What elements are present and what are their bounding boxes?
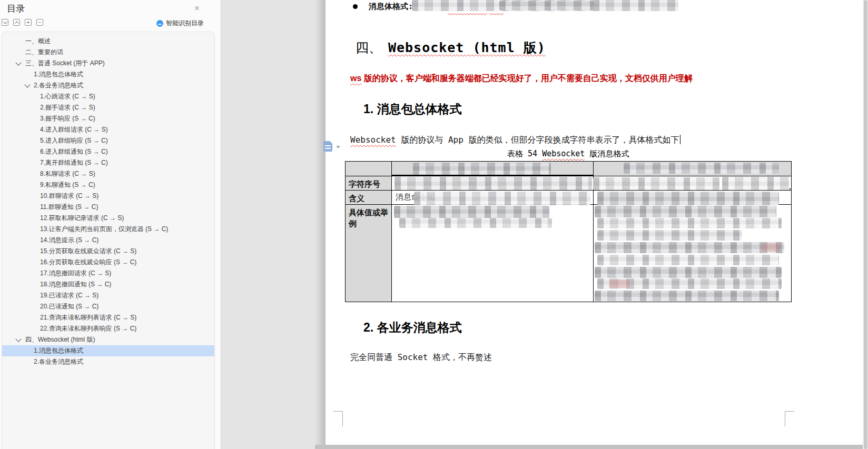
row-label: 字符序号 — [346, 177, 391, 189]
toc-item[interactable]: 四、Websocket (html 版) — [2, 334, 214, 345]
toc-item-label: 22.查询未读私聊列表响应 (S → C) — [40, 325, 136, 332]
sub-heading-1: 1. 消息包总体格式 — [363, 101, 462, 117]
toc-item[interactable]: 三、普通 Socket (用于 APP) — [2, 58, 214, 69]
toc-item[interactable]: 4.进入群组请求 (C → S) — [2, 124, 214, 135]
toc-item[interactable]: 2.各业务消息格式 — [2, 356, 214, 367]
document-page[interactable]: 消息体格式: 四、 Websocket (html 版) ws 版的协议，客户端… — [326, 0, 863, 445]
redacted-block — [595, 291, 779, 301]
toc-item-label: 14.消息提示 (S → C) — [40, 236, 98, 244]
caption-post: 版消息格式 — [585, 149, 629, 158]
paste-dropdown-icon[interactable] — [336, 146, 340, 148]
toc-item-label: 5.进入群组响应 (S → C) — [40, 137, 108, 144]
toc-item[interactable]: 10.群聊请求 (C → S) — [2, 191, 214, 202]
page-gap — [315, 445, 868, 449]
toc-item-label: 9.私聊通知 (S → C) — [40, 181, 95, 188]
toc-panel: 目录 × + − 智能识别目录 一、概述二、重要的话三、普通 Socket (用… — [0, 0, 221, 449]
toc-item-label: 3.握手响应 (S → C) — [40, 115, 95, 122]
chevron-up-icon — [14, 21, 18, 25]
toc-item[interactable]: 5.进入群组响应 (S → C) — [2, 135, 214, 146]
spellcheck-squiggle — [448, 13, 487, 15]
toc-item[interactable]: 9.私聊通知 (S → C) — [2, 179, 214, 191]
scrollbar-thumb[interactable] — [864, 0, 867, 449]
redacted-accent — [762, 243, 780, 252]
toc-item[interactable]: 1.消息包总体格式 — [2, 69, 214, 80]
chevron-down-icon[interactable] — [24, 82, 30, 87]
redacted-block — [394, 206, 549, 218]
toc-item-label: 8.私聊请求 (C → S) — [40, 170, 95, 177]
toc-item[interactable]: 14.消息提示 (S → C) — [2, 235, 214, 246]
close-icon[interactable]: × — [194, 4, 200, 13]
toc-item[interactable]: 17.消息撤回请求 (C → S) — [2, 268, 214, 279]
toc-list: 一、概述二、重要的话三、普通 Socket (用于 APP)1.消息包总体格式2… — [2, 32, 215, 449]
collapse-all-button[interactable]: − — [36, 19, 43, 26]
toc-item[interactable]: 22.查询未读私聊列表响应 (S → C) — [2, 323, 214, 334]
bullet-icon — [353, 4, 358, 9]
page-shadow — [315, 0, 326, 445]
row-label: 具体值或举例 — [346, 205, 391, 229]
toc-item[interactable]: 13.让客户端关闭当前页面，仅浏览器 (S → C) — [2, 224, 214, 235]
toc-item[interactable]: 2.各业务消息格式 — [2, 80, 214, 91]
collapse-up-button[interactable] — [13, 19, 20, 26]
toc-item-label: 1.消息包总体格式 — [34, 347, 83, 354]
toc-item[interactable]: 16.分页获取在线观众响应 (S → C) — [2, 257, 214, 268]
table-thick-border — [391, 175, 593, 176]
expand-all-button[interactable]: + — [25, 19, 32, 26]
table-gridline — [391, 162, 392, 302]
redacted-block — [595, 206, 776, 217]
redacted-block — [597, 192, 779, 205]
toc-item[interactable]: 15.分页获取在线观众请求 (C → S) — [2, 246, 214, 257]
smart-toc-button[interactable]: 智能识别目录 — [156, 19, 204, 28]
redacted-block — [399, 218, 552, 228]
note-paragraph: ws 版的协议，客户端和服务器端都已经实现好了，用户不需要自己实现，文档仅供用户… — [350, 73, 693, 84]
toc-item[interactable]: 二、重要的话 — [2, 47, 214, 58]
redacted-block — [499, 1, 594, 11]
toc-item[interactable]: 1.消息包总体格式 — [2, 345, 215, 356]
toc-item-label: 三、普通 Socket (用于 APP) — [25, 59, 105, 67]
toc-item-label: 21.查询未读私聊列表请求 (C → S) — [40, 314, 136, 321]
heading-number: 四、 — [356, 39, 384, 56]
caption-pre: 表格 54 — [507, 149, 542, 158]
toc-item[interactable]: 20.已读通知 (S → C) — [2, 301, 214, 312]
chevron-down-icon[interactable] — [15, 336, 21, 342]
chevron-down-icon[interactable] — [15, 59, 21, 65]
toc-item[interactable]: 11.群聊通知 (S → C) — [2, 202, 214, 213]
robot-icon — [156, 20, 163, 27]
text-cursor — [680, 135, 681, 144]
toc-item[interactable]: 一、概述 — [2, 36, 214, 47]
toc-item[interactable]: 12.获取私聊记录请求 (C → S) — [2, 213, 214, 224]
redacted-block — [597, 218, 782, 228]
table-gridline — [346, 190, 791, 191]
spellcheck-squiggle — [489, 13, 504, 15]
toc-item[interactable]: 21.查询未读私聊列表请求 (C → S) — [2, 312, 214, 323]
toc-item-label: 1.消息包总体格式 — [34, 71, 83, 78]
toc-item[interactable]: 6.进入群组通知 (S → C) — [2, 146, 214, 157]
expand-down-button[interactable] — [2, 19, 8, 26]
toc-item-label: 15.分页获取在线观众请求 (C → S) — [40, 247, 136, 255]
margin-corner-mark — [785, 411, 794, 426]
redacted-block — [597, 230, 742, 241]
bullet-list-item: 消息体格式: — [353, 2, 413, 12]
toc-item[interactable]: 19.已读请求 (C → S) — [2, 290, 214, 301]
toc-item[interactable]: 8.私聊请求 (C → S) — [2, 168, 214, 179]
toc-item-label: 7.离开群组通知 (S → C) — [40, 159, 108, 166]
body-paragraph-1: Websocket 版的协议与 App 版的类似，但部分字段换成字符串表示了，具… — [350, 135, 680, 146]
toc-item[interactable]: 18.消息撤回通知 (S → C) — [2, 279, 214, 290]
margin-corner-mark — [333, 411, 343, 426]
redacted-accent — [609, 280, 630, 288]
toc-item-label: 12.获取私聊记录请求 (C → S) — [40, 214, 124, 222]
toc-item[interactable]: 1.心跳请求 (C → S) — [2, 91, 214, 102]
toc-item[interactable]: 7.离开群组通知 (S → C) — [2, 157, 214, 168]
heading-title: Websocket (html 版) — [388, 40, 546, 55]
toc-item[interactable]: 3.握手响应 (S → C) — [2, 113, 214, 124]
paste-options-icon[interactable] — [323, 141, 332, 152]
body-paragraph-2: 完全同普通 Socket 格式，不再赘述 — [350, 352, 492, 363]
toc-item-label: 18.消息撤回通知 (S → C) — [40, 281, 111, 288]
section-heading-4: 四、 Websocket (html 版) — [356, 39, 546, 56]
toc-item-label: 20.已读通知 (S → C) — [40, 303, 98, 310]
message-format-table: 字符序号 含义 具体值或举例 笔) 消息命令组 — [345, 161, 792, 302]
toc-item[interactable]: 2.握手请求 (C → S) — [2, 102, 214, 113]
toc-item-label: 1.心跳请求 (C → S) — [40, 93, 95, 100]
document-scrollbar[interactable] — [863, 0, 868, 449]
toc-toolbar: + − — [2, 19, 43, 26]
redacted-block — [413, 163, 551, 175]
